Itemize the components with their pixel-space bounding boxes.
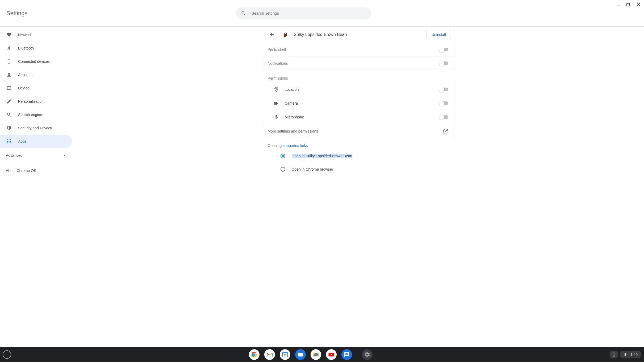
sidebar-item-label: Accounts: [18, 73, 34, 77]
shelf-app-chrome[interactable]: [249, 349, 260, 360]
battery-icon: [624, 353, 627, 356]
laptop-icon: [6, 85, 12, 91]
sidebar-item-accounts[interactable]: Accounts: [0, 68, 72, 81]
settings-header: Settings: [0, 0, 644, 27]
svg-rect-29: [613, 353, 615, 356]
search-icon: [6, 112, 12, 117]
sidebar-item-personalization[interactable]: Personalization: [0, 95, 72, 108]
svg-point-14: [9, 142, 9, 143]
back-button[interactable]: [267, 30, 277, 39]
svg-point-13: [7, 142, 8, 143]
shelf-time: 1:40: [630, 352, 638, 357]
sidebar-item-network[interactable]: Network: [0, 28, 72, 42]
sidebar-item-label: Bluetooth: [18, 46, 34, 50]
pin-to-shelf-toggle[interactable]: [439, 48, 448, 51]
permissions-header: Permissions: [262, 70, 454, 83]
shelf-app-calendar[interactable]: 31: [280, 349, 290, 360]
svg-point-16: [285, 33, 286, 34]
shelf-app-youtube[interactable]: [326, 349, 337, 360]
app-icon: [282, 31, 289, 38]
notifications-label: Notifications: [268, 61, 439, 65]
svg-rect-0: [617, 6, 620, 6]
permission-camera-label: Camera: [285, 101, 439, 105]
open-in-app-row[interactable]: Open in Sulky Lopsided Brown Bean: [262, 149, 454, 163]
window-minimize-button[interactable]: [616, 2, 621, 7]
svg-rect-23: [283, 352, 288, 353]
search-icon: [241, 11, 246, 16]
svg-point-17: [275, 88, 277, 89]
sidebar-item-label: Personalization: [18, 99, 44, 104]
chevron-down-icon: [63, 154, 66, 157]
sidebar-item-device[interactable]: Device: [0, 81, 72, 95]
sidebar-item-label: Security and Privacy: [18, 126, 52, 130]
open-in-app-radio[interactable]: [281, 154, 285, 158]
svg-point-10: [7, 141, 8, 142]
wifi-icon: [6, 32, 12, 38]
svg-rect-5: [7, 87, 11, 89]
sidebar-item-label: Device: [18, 86, 30, 90]
shelf-app-messages[interactable]: [341, 349, 352, 360]
page-title: Settings: [6, 10, 28, 17]
external-link-icon: [443, 129, 448, 134]
search-box[interactable]: [236, 7, 371, 19]
window-close-button[interactable]: [636, 2, 641, 7]
sidebar: Network Bluetooth Connected devices Acco…: [0, 27, 72, 347]
sidebar-item-bluetooth[interactable]: Bluetooth: [0, 42, 72, 55]
open-in-chrome-row[interactable]: Open in Chrome browser: [262, 163, 454, 176]
open-in-app-label: Open in Sulky Lopsided Brown Bean: [292, 154, 352, 158]
svg-point-15: [10, 142, 11, 143]
sidebar-about[interactable]: About Chrome OS: [0, 163, 72, 178]
svg-point-12: [10, 141, 11, 142]
phone-icon: [6, 59, 12, 64]
open-in-chrome-radio[interactable]: [281, 167, 285, 172]
sidebar-item-security[interactable]: Security and Privacy: [0, 121, 72, 135]
open-in-chrome-label: Open in Chrome browser: [292, 167, 333, 171]
sidebar-about-label: About Chrome OS: [6, 168, 36, 173]
shelf-status-tray[interactable]: 1:40: [620, 351, 641, 358]
app-detail-panel: Sulky Lopsided Brown Bean Uninstall Pin …: [262, 27, 454, 347]
pin-to-shelf-row: Pin to shelf: [262, 43, 454, 56]
app-name: Sulky Lopsided Brown Bean: [294, 32, 422, 37]
launcher-button[interactable]: [3, 350, 11, 359]
sidebar-item-apps[interactable]: Apps: [0, 135, 72, 148]
apps-grid-icon: [6, 139, 12, 144]
sidebar-item-connected-devices[interactable]: Connected devices: [0, 55, 72, 68]
permission-location-toggle[interactable]: [439, 88, 448, 91]
shelf-app-settings[interactable]: [362, 349, 373, 360]
shelf: 31 1:40: [0, 347, 644, 362]
shield-icon: [6, 125, 12, 131]
svg-point-11: [9, 141, 9, 142]
sidebar-item-search-engine[interactable]: Search engine: [0, 108, 72, 121]
shelf-phone-hub[interactable]: [610, 351, 618, 358]
sidebar-item-label: Apps: [18, 139, 27, 143]
svg-point-9: [10, 139, 11, 140]
pencil-icon: [6, 99, 12, 104]
sidebar-item-label: Connected devices: [18, 59, 50, 64]
sidebar-item-label: Network: [18, 33, 32, 37]
shelf-app-meet[interactable]: [311, 349, 321, 360]
location-pin-icon: [273, 87, 280, 92]
permission-microphone-toggle[interactable]: [439, 115, 448, 119]
sidebar-advanced-label: Advanced: [6, 153, 22, 158]
notifications-toggle[interactable]: [439, 61, 448, 65]
sidebar-advanced[interactable]: Advanced: [0, 148, 72, 163]
pin-to-shelf-label: Pin to shelf: [268, 47, 439, 52]
permission-camera-toggle[interactable]: [439, 101, 448, 105]
window-restore-button[interactable]: [626, 2, 631, 7]
shelf-app-files[interactable]: [295, 349, 306, 360]
opening-links-header: Opening supported links: [262, 138, 454, 149]
bluetooth-icon: [6, 46, 12, 51]
search-input[interactable]: [252, 11, 366, 15]
more-settings-row[interactable]: More settings and permissions: [262, 124, 454, 138]
shelf-app-gmail[interactable]: [264, 349, 275, 360]
svg-rect-27: [313, 355, 315, 356]
person-icon: [6, 72, 12, 77]
uninstall-button[interactable]: Uninstall: [426, 30, 451, 39]
supported-links-link[interactable]: supported links: [283, 143, 308, 148]
svg-rect-2: [627, 4, 629, 6]
permission-camera-row: Camera: [273, 96, 454, 110]
opening-prefix: Opening: [268, 143, 283, 148]
permission-microphone-row: Microphone: [273, 110, 454, 124]
notifications-row: Notifications: [262, 56, 454, 70]
permission-location-row: Location: [273, 83, 454, 96]
